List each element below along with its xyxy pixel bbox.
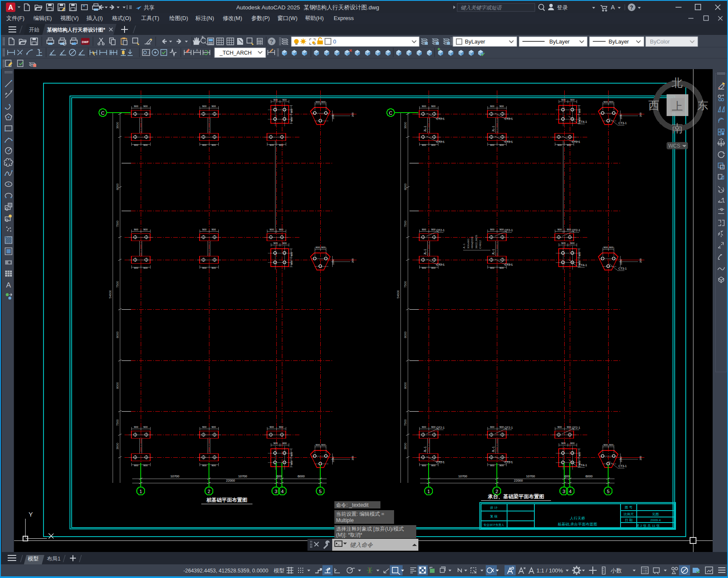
svg-text:2: 2 (496, 489, 498, 494)
svg-text:模型: 模型 (273, 568, 284, 574)
svg-text:西: 西 (648, 99, 659, 112)
svg-text:900: 900 (431, 144, 436, 146)
svg-text:DWF: DWF (82, 41, 89, 44)
svg-text:900: 900 (561, 442, 566, 444)
svg-text:CT4-1: CT4-1 (579, 264, 587, 267)
svg-text:4Φ6@200: 4Φ6@200 (470, 236, 473, 249)
svg-text:200: 200 (351, 112, 354, 117)
svg-text:900: 900 (279, 228, 284, 231)
svg-text:900: 900 (578, 108, 581, 113)
svg-text:2: 2 (208, 489, 210, 494)
svg-text:CT2-1: CT2-1 (436, 140, 445, 143)
svg-text:900: 900 (282, 99, 287, 101)
svg-text:1:1 / 100%: 1:1 / 100% (537, 567, 563, 574)
svg-text:200: 200 (639, 456, 642, 460)
svg-text:C: C (101, 110, 104, 116)
svg-text:600: 600 (277, 475, 282, 478)
svg-text:900: 900 (422, 426, 426, 428)
svg-text:8000: 8000 (404, 183, 407, 190)
svg-text:5: 5 (319, 489, 322, 494)
svg-text:7500: 7500 (404, 281, 407, 288)
svg-text:7500: 7500 (404, 419, 407, 426)
svg-text:900: 900 (609, 444, 614, 446)
svg-text:900: 900 (134, 426, 139, 428)
svg-text:CT2-1: CT2-1 (572, 229, 580, 232)
svg-text:900: 900 (422, 228, 426, 231)
svg-text:900: 900 (134, 144, 139, 146)
svg-text:900: 900 (490, 144, 495, 146)
svg-text:200: 200 (639, 258, 642, 263)
svg-text:3600: 3600 (116, 122, 119, 129)
svg-text:900: 900 (557, 426, 562, 428)
svg-text:开始: 开始 (29, 27, 40, 33)
svg-text:设 计: 设 计 (490, 506, 498, 510)
svg-text:900: 900 (490, 228, 495, 231)
svg-text:CT3-1: CT3-1 (618, 122, 627, 125)
svg-text:0: 0 (333, 38, 336, 45)
svg-text:900: 900 (422, 464, 426, 467)
svg-text:ByLayer: ByLayer (465, 38, 485, 45)
svg-text:JL-1: JL-1 (491, 446, 495, 453)
svg-text:900: 900 (499, 144, 504, 146)
svg-text:900: 900 (290, 260, 293, 265)
svg-text:CT2-1: CT2-1 (505, 117, 513, 120)
svg-text:模型: 模型 (28, 556, 39, 562)
svg-text:900: 900 (490, 267, 495, 269)
svg-text:A: A (196, 48, 198, 52)
svg-text:A: A (6, 281, 11, 289)
svg-text:900: 900 (561, 242, 566, 244)
svg-text:900: 900 (279, 144, 284, 146)
svg-text:C: C (389, 110, 392, 116)
svg-text:7500: 7500 (404, 221, 407, 227)
svg-text:1040: 1040 (332, 113, 334, 119)
svg-text:900: 900 (578, 452, 581, 456)
svg-text:900: 900 (143, 144, 148, 146)
svg-text:900: 900 (431, 267, 436, 269)
svg-text:900: 900 (202, 228, 207, 231)
svg-text:CT2-1: CT2-1 (436, 117, 445, 120)
svg-text:200: 200 (351, 456, 354, 460)
svg-text:键入关键字或短语: 键入关键字或短语 (461, 5, 502, 11)
svg-text:900: 900 (557, 144, 562, 146)
svg-text:900: 900 (431, 228, 436, 231)
svg-text:10700: 10700 (458, 474, 467, 478)
svg-text:900: 900 (499, 105, 504, 107)
svg-text:CT2-1: CT2-1 (436, 263, 445, 266)
svg-text:900: 900 (567, 426, 571, 428)
svg-text:上: 上 (672, 100, 683, 113)
svg-text:8000: 8000 (404, 331, 407, 338)
svg-text:900: 900 (570, 99, 575, 101)
svg-text:日 期: 日 期 (625, 518, 632, 522)
svg-text:900: 900 (490, 464, 495, 467)
svg-text:10700: 10700 (238, 474, 247, 478)
svg-text:900: 900 (490, 426, 495, 428)
svg-text:CT2-1: CT2-1 (505, 426, 513, 429)
svg-text:300x600: 300x600 (467, 238, 470, 249)
svg-text:CT2-1: CT2-1 (572, 140, 580, 143)
svg-text:3600: 3600 (116, 443, 119, 450)
svg-text:900: 900 (609, 101, 614, 103)
svg-text:900: 900 (134, 464, 139, 467)
svg-text:3Φ22,3Φ25: 3Φ22,3Φ25 (475, 235, 478, 249)
svg-text:900: 900 (431, 105, 436, 107)
svg-text:图 号: 图 号 (625, 505, 632, 509)
svg-text:见图: 见图 (652, 512, 659, 516)
svg-text:900: 900 (202, 464, 207, 467)
svg-text:900: 900 (270, 228, 274, 231)
svg-text:桩基础平面布置图: 桩基础平面布置图 (206, 497, 247, 503)
svg-text:900: 900 (321, 246, 326, 249)
svg-text:A: A (611, 4, 615, 11)
svg-text:6000: 6000 (586, 474, 593, 478)
svg-text:900: 900 (499, 426, 504, 428)
svg-text:8000: 8000 (116, 331, 119, 338)
svg-text:CT4-1: CT4-1 (579, 464, 587, 467)
svg-text:900: 900 (603, 444, 608, 446)
svg-text:3: 3 (275, 489, 277, 494)
svg-text:7500: 7500 (116, 281, 119, 288)
svg-text:比例尺: 比例尺 (624, 512, 634, 516)
svg-text:900: 900 (212, 464, 216, 467)
svg-text:键入命令: 键入命令 (350, 542, 374, 548)
svg-text:900: 900 (290, 108, 293, 113)
svg-text:900: 900 (316, 101, 320, 103)
svg-text:900: 900 (143, 267, 148, 269)
